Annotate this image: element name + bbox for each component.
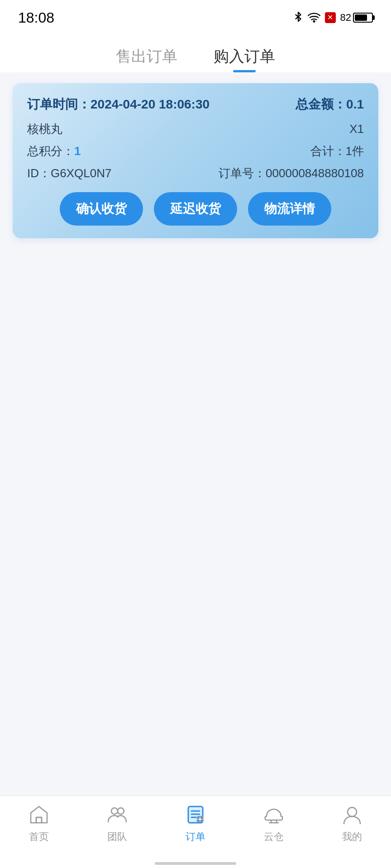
team-icon	[105, 803, 129, 826]
confirm-receipt-button[interactable]: 确认收货	[60, 192, 143, 226]
order-id-row: ID：G6XQL0N7 订单号：000000848880108	[27, 165, 364, 181]
order-item-row: 核桃丸 X1	[27, 121, 364, 137]
svg-point-0	[313, 21, 315, 22]
nav-mine-label: 我的	[342, 830, 362, 844]
nav-order-label: 订单	[186, 830, 205, 844]
tab-sold[interactable]: 售出订单	[116, 46, 177, 72]
x-icon: ✕	[325, 12, 336, 23]
order-count: 合计：1件	[310, 143, 364, 159]
delay-receipt-button[interactable]: 延迟收货	[154, 192, 237, 226]
battery-indicator: 82	[340, 12, 373, 24]
mine-icon	[340, 803, 364, 826]
nav-item-team[interactable]: 团队	[78, 803, 157, 844]
order-item-qty: X1	[349, 122, 364, 136]
order-header: 订单时间：2024-04-20 18:06:30 总金额：0.1	[27, 96, 364, 113]
tab-purchased-label: 购入订单	[214, 46, 275, 67]
order-points-value: 1	[74, 144, 81, 158]
status-icons: ✕ 82	[293, 11, 373, 24]
nav-team-label: 团队	[107, 830, 127, 844]
nav-item-home[interactable]: 首页	[0, 803, 78, 844]
order-id: ID：G6XQL0N7	[27, 165, 111, 181]
tab-active-indicator	[233, 70, 256, 72]
tab-purchased[interactable]: 购入订单	[214, 46, 275, 72]
status-bar: 18:08 ✕ 82	[0, 0, 391, 32]
order-card: 订单时间：2024-04-20 18:06:30 总金额：0.1 核桃丸 X1 …	[13, 83, 378, 238]
order-points-row: 总积分：1 合计：1件	[27, 143, 364, 159]
battery-icon	[353, 13, 373, 23]
svg-point-3	[118, 808, 124, 814]
order-item-name: 核桃丸	[27, 121, 62, 137]
order-number: 订单号：000000848880108	[219, 165, 364, 181]
order-actions: 确认收货 延迟收货 物流详情	[27, 192, 364, 226]
order-total: 总金额：0.1	[296, 96, 364, 113]
main-content: 订单时间：2024-04-20 18:06:30 总金额：0.1 核桃丸 X1 …	[0, 72, 391, 796]
logistics-detail-button[interactable]: 物流详情	[248, 192, 331, 226]
battery-level: 82	[340, 12, 351, 24]
warehouse-icon	[262, 803, 286, 826]
tab-sold-label: 售出订单	[116, 46, 177, 67]
tab-header: 售出订单 购入订单	[0, 32, 391, 72]
nav-item-mine[interactable]: 我的	[313, 803, 391, 844]
nav-item-order[interactable]: 订单	[157, 803, 235, 844]
svg-point-2	[111, 808, 118, 814]
bluetooth-icon	[293, 11, 303, 24]
order-points-label: 总积分：1	[27, 143, 81, 159]
svg-rect-1	[36, 817, 42, 823]
nav-warehouse-label: 云仓	[264, 830, 284, 844]
gesture-line	[155, 862, 236, 865]
order-icon	[184, 803, 207, 826]
wifi-icon	[308, 13, 320, 23]
order-time: 订单时间：2024-04-20 18:06:30	[27, 96, 210, 113]
bottom-nav: 首页 团队 订单	[0, 796, 391, 859]
nav-item-warehouse[interactable]: 云仓	[234, 803, 313, 844]
status-time: 18:08	[18, 9, 54, 26]
gesture-bar	[0, 859, 391, 868]
home-icon	[27, 803, 51, 826]
svg-point-14	[348, 807, 357, 816]
nav-home-label: 首页	[29, 830, 49, 844]
